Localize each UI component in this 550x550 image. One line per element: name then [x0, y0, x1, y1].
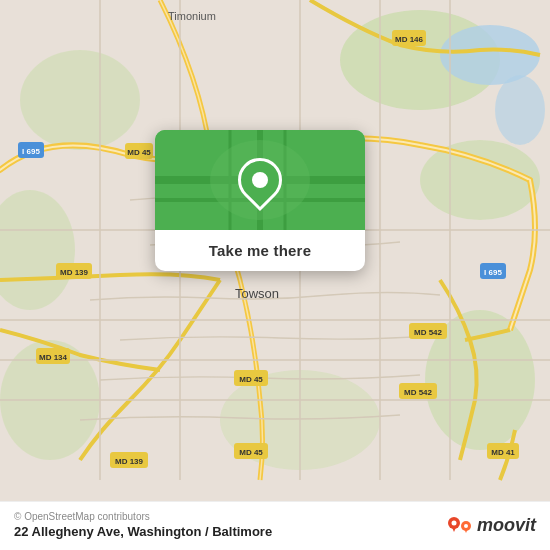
pin-shape: [229, 149, 291, 211]
moovit-logo: moovit: [444, 510, 536, 540]
svg-text:Timonium: Timonium: [168, 10, 216, 22]
location-pin: [238, 158, 282, 202]
copyright-text: © OpenStreetMap contributors: [14, 511, 272, 522]
svg-text:Towson: Towson: [235, 286, 279, 301]
address-text: 22 Allegheny Ave, Washington / Baltimore: [14, 524, 272, 539]
svg-text:I 695: I 695: [484, 268, 502, 277]
svg-point-3: [20, 50, 140, 150]
moovit-logo-text: moovit: [477, 515, 536, 536]
svg-text:MD 139: MD 139: [60, 268, 89, 277]
svg-text:MD 542: MD 542: [404, 388, 433, 397]
svg-point-59: [464, 524, 468, 528]
map-container: I 695 I 695 I 695 MD 45 MD 146 MD 139 MD…: [0, 0, 550, 550]
bottom-left-info: © OpenStreetMap contributors 22 Alleghen…: [14, 511, 272, 539]
map-background: I 695 I 695 I 695 MD 45 MD 146 MD 139 MD…: [0, 0, 550, 550]
svg-text:MD 134: MD 134: [39, 353, 68, 362]
svg-text:MD 45: MD 45: [239, 448, 263, 457]
svg-text:MD 542: MD 542: [414, 328, 443, 337]
svg-point-2: [420, 140, 540, 220]
svg-text:MD 139: MD 139: [115, 457, 144, 466]
popup-map-area: [155, 130, 365, 230]
svg-point-9: [495, 75, 545, 145]
svg-text:MD 146: MD 146: [395, 35, 424, 44]
svg-text:I 695: I 695: [22, 147, 40, 156]
bottom-bar: © OpenStreetMap contributors 22 Alleghen…: [0, 501, 550, 550]
svg-text:MD 45: MD 45: [239, 375, 263, 384]
moovit-logo-icon: [444, 510, 474, 540]
svg-text:MD 45: MD 45: [127, 148, 151, 157]
svg-text:MD 41: MD 41: [491, 448, 515, 457]
location-popup: Take me there: [155, 130, 365, 271]
svg-point-56: [451, 521, 456, 526]
pin-center: [252, 172, 268, 188]
take-me-there-button[interactable]: Take me there: [201, 242, 319, 259]
